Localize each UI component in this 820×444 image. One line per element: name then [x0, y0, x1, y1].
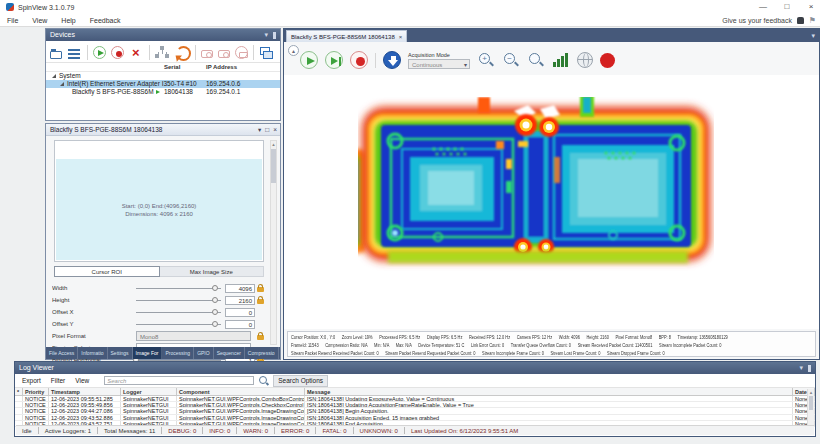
- cursor-roi-button[interactable]: Cursor ROI: [54, 266, 160, 277]
- camera-document-tab[interactable]: Blackfly S BFS-PGE-88S6M 18064138: [286, 30, 407, 42]
- gev-settings-icon[interactable]: [577, 52, 593, 68]
- field-value[interactable]: 4096: [225, 284, 255, 293]
- field-slider[interactable]: [136, 320, 221, 329]
- expander-icon[interactable]: [52, 74, 56, 78]
- column-logger[interactable]: Logger: [121, 388, 177, 395]
- multi-window-icon[interactable]: [259, 46, 274, 61]
- play-icon[interactable]: [93, 46, 106, 59]
- log-timestamp: 12-06-2023 09:55:51.285: [49, 396, 121, 401]
- flag-icon[interactable]: [809, 14, 816, 27]
- zoom-fit-icon[interactable]: [527, 51, 545, 69]
- tab-informatio[interactable]: Informatio: [78, 347, 107, 359]
- search-options-button[interactable]: Search Options: [273, 375, 328, 387]
- scrollbar-thumb[interactable]: [271, 149, 276, 183]
- save-image-button[interactable]: [383, 51, 401, 69]
- tab-settings[interactable]: Settings: [108, 347, 133, 359]
- tab-sequencer[interactable]: Sequencer: [214, 347, 245, 359]
- roi-region[interactable]: Start: (0,0) End:(4096,2160) Dimensions:…: [56, 159, 262, 260]
- field-slider[interactable]: [136, 308, 221, 317]
- column--[interactable]: *: [15, 388, 23, 395]
- tab-image-for[interactable]: Image For: [133, 347, 163, 359]
- field-slider[interactable]: [136, 296, 221, 305]
- slider-thumb[interactable]: [212, 297, 218, 303]
- start-single-acquisition-button[interactable]: [325, 51, 343, 69]
- pin-icon[interactable]: [808, 365, 811, 372]
- field-select[interactable]: Mono8: [136, 331, 251, 341]
- settings-scrollbar[interactable]: [270, 140, 277, 345]
- minimize-icon[interactable]: [758, 0, 768, 14]
- slider-thumb[interactable]: [212, 285, 218, 291]
- export-button[interactable]: Export: [19, 377, 44, 384]
- panel-menu-icon[interactable]: [264, 29, 268, 41]
- tree-item-adapter[interactable]: Intel(R) Ethernet Server Adapter I350-T4…: [46, 80, 280, 88]
- collapse-toolbar-button[interactable]: [288, 45, 299, 56]
- settings-panel-header: Blackfly S BFS-PGE-88S6M 18064138: [46, 124, 280, 136]
- folder-open-icon[interactable]: [50, 51, 62, 59]
- stop-acquisition-button[interactable]: [350, 51, 368, 69]
- start-acquisition-button[interactable]: [300, 51, 318, 69]
- roi-preview[interactable]: Start: (0,0) End:(4096,2160) Dimensions:…: [54, 140, 264, 262]
- menu-item-feedback[interactable]: Feedback: [83, 17, 128, 24]
- tab-features[interactable]: Features: [279, 347, 280, 359]
- close-icon[interactable]: [806, 0, 816, 14]
- histogram-icon[interactable]: [552, 52, 570, 68]
- field-value[interactable]: 0: [225, 320, 255, 329]
- menu-item-view[interactable]: View: [25, 17, 54, 24]
- column-priority[interactable]: Priority: [23, 388, 49, 395]
- refresh-icon[interactable]: [175, 45, 190, 60]
- tab-list-icon[interactable]: [811, 29, 815, 42]
- list-icon[interactable]: [67, 47, 82, 62]
- tab-processing[interactable]: Processing: [162, 347, 194, 359]
- search-input[interactable]: [104, 376, 254, 385]
- column-timestamp[interactable]: Timestamp: [49, 388, 121, 395]
- slider-thumb[interactable]: [212, 321, 218, 327]
- close-icon[interactable]: [273, 124, 277, 136]
- field-label: Pixel Format: [52, 333, 136, 339]
- field-value[interactable]: 0: [225, 308, 255, 317]
- network-icon[interactable]: [155, 45, 170, 60]
- acquisition-mode-select[interactable]: Continuous: [408, 59, 470, 69]
- view-button[interactable]: View: [72, 377, 92, 384]
- field-value[interactable]: 2160: [225, 296, 255, 305]
- expander-icon[interactable]: [60, 82, 64, 86]
- max-image-size-button[interactable]: Max Image Size: [160, 266, 265, 277]
- column-message[interactable]: Message: [305, 388, 793, 395]
- pin-icon[interactable]: [273, 32, 276, 39]
- panel-menu-icon[interactable]: [799, 362, 803, 374]
- camera-2-icon[interactable]: [218, 50, 230, 58]
- thumbs-up-icon[interactable]: [797, 17, 804, 24]
- camera-burst-icon[interactable]: [235, 46, 248, 59]
- scroll-up-icon[interactable]: [810, 389, 813, 395]
- scroll-up-icon[interactable]: [271, 141, 276, 148]
- filter-button[interactable]: Filter: [48, 377, 68, 384]
- tab-file-access[interactable]: File Access: [46, 347, 78, 359]
- camera-1-icon[interactable]: [201, 50, 213, 58]
- log-scrollbar[interactable]: [807, 389, 814, 429]
- zoom-out-icon[interactable]: [502, 51, 520, 69]
- tab-gpio[interactable]: GPIO: [194, 347, 214, 359]
- tree-item-system[interactable]: System: [46, 72, 280, 80]
- feedback-link[interactable]: Give us your feedback: [722, 14, 792, 27]
- menu-item-file[interactable]: File: [0, 17, 25, 24]
- zoom-in-icon[interactable]: [477, 51, 495, 69]
- image-canvas[interactable]: [284, 75, 819, 329]
- scrollbar-thumb[interactable]: [809, 396, 813, 410]
- search-icon[interactable]: [258, 375, 269, 386]
- menu-item-help[interactable]: Help: [54, 17, 82, 24]
- devices-panel: Devices Serial IP Address System Intel(R…: [45, 28, 281, 121]
- tree-item-camera[interactable]: Blackfly S BFS-PGE-88S6M 18064138 169.25…: [46, 88, 280, 96]
- maximize-icon[interactable]: [782, 0, 792, 14]
- close-tab-icon[interactable]: [399, 31, 403, 43]
- column-component[interactable]: Component: [177, 388, 305, 395]
- tab-compressio[interactable]: Compressio: [245, 347, 279, 359]
- record-button[interactable]: [600, 53, 615, 68]
- panel-menu-icon[interactable]: [258, 124, 261, 136]
- slider-thumb[interactable]: [212, 309, 218, 315]
- field-value: Mono8: [140, 334, 158, 340]
- stop-icon[interactable]: [111, 46, 124, 59]
- field-row-offset-y: Offset Y0: [52, 318, 266, 330]
- delete-icon[interactable]: [129, 45, 144, 60]
- roi-start-end: Start: (0,0) End:(4096,2160): [122, 203, 197, 209]
- field-slider[interactable]: [136, 284, 221, 293]
- float-icon[interactable]: [265, 124, 269, 136]
